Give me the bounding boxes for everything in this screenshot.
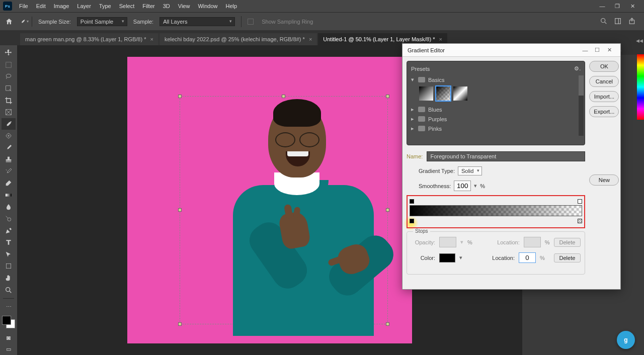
hand-tool[interactable] — [2, 273, 16, 284]
stops-title: Stops — [413, 228, 430, 234]
menu-3d[interactable]: 3D — [159, 1, 174, 11]
marquee-tool[interactable] — [2, 59, 16, 71]
show-ring-checkbox[interactable] — [248, 19, 254, 25]
document-tab[interactable]: kelechi bday 2022.psd @ 25% (kelechi ima… — [159, 33, 317, 45]
preset-thumb[interactable] — [436, 86, 450, 101]
dialog-maximize[interactable]: ☐ — [591, 47, 603, 53]
close-tab-icon[interactable]: × — [150, 36, 153, 42]
smoothness-input[interactable] — [454, 181, 471, 191]
sample-select[interactable]: All Layers▾ — [159, 17, 235, 26]
eyedropper-tool[interactable] — [2, 118, 16, 130]
document-tab[interactable]: man green man.png @ 8.33% (Layer 1, RGB/… — [20, 33, 158, 45]
menu-view[interactable]: View — [174, 1, 194, 11]
export-button[interactable]: Export... — [589, 106, 619, 117]
menu-help[interactable]: Help — [222, 1, 242, 11]
presets-gear-icon[interactable]: ⚙. — [574, 65, 581, 72]
svg-line-19 — [6, 216, 8, 218]
pen-tool[interactable] — [2, 225, 16, 236]
search-icon[interactable] — [600, 17, 609, 26]
close-tab-icon[interactable]: × — [439, 36, 442, 42]
current-tool-icon[interactable]: ▾ — [20, 17, 32, 27]
cancel-button[interactable]: Cancel — [589, 76, 619, 87]
location-unit: % — [545, 239, 550, 245]
quickmask-icon[interactable]: ◙ — [2, 332, 16, 343]
menu-edit[interactable]: Edit — [32, 1, 50, 11]
lasso-tool[interactable] — [2, 71, 16, 82]
sample-label: Sample: — [133, 19, 153, 25]
opacity-input — [439, 237, 456, 247]
selection-tool[interactable] — [2, 83, 16, 95]
dodge-tool[interactable] — [2, 213, 16, 225]
home-icon[interactable] — [4, 17, 14, 27]
crop-tool[interactable] — [2, 95, 16, 106]
gradient-tool[interactable] — [2, 190, 16, 201]
menu-filter[interactable]: Filter — [138, 1, 158, 11]
delete-color-stop[interactable]: Delete — [554, 253, 581, 262]
gradient-type-select[interactable]: Solid — [458, 166, 482, 175]
name-input[interactable] — [427, 151, 585, 161]
sample-size-select[interactable]: Point Sample▾ — [77, 17, 127, 26]
collapse-panels-icon[interactable]: ◀◀ — [636, 38, 643, 43]
ok-button[interactable]: OK — [589, 61, 619, 72]
eraser-tool[interactable] — [2, 178, 16, 189]
new-button[interactable]: New — [589, 174, 619, 186]
name-label: Name: — [407, 153, 423, 159]
color-swatch[interactable] — [439, 253, 455, 262]
brush-tool[interactable] — [2, 142, 16, 154]
close-tab-icon[interactable]: × — [309, 36, 312, 42]
zoom-tool[interactable] — [2, 284, 16, 296]
import-button[interactable]: Import... — [589, 91, 619, 102]
preset-folder-pinks[interactable]: ▸Pinks — [410, 124, 582, 133]
dialog-minimize[interactable]: ― — [579, 47, 591, 53]
window-restore[interactable]: ❐ — [613, 3, 622, 10]
color-dropdown-icon[interactable]: ▾ — [459, 254, 462, 261]
opacity-stop[interactable] — [578, 199, 582, 204]
stamp-tool[interactable] — [2, 154, 16, 165]
healing-tool[interactable] — [2, 130, 16, 142]
menu-window[interactable]: Window — [194, 1, 221, 11]
menu-layer[interactable]: Layer — [73, 1, 95, 11]
foreground-background-swatch[interactable] — [2, 316, 15, 328]
presets-label: Presets — [411, 66, 430, 72]
type-tool[interactable] — [2, 237, 16, 248]
preset-folder-basics[interactable]: ▾Basics — [410, 75, 582, 84]
preset-thumb[interactable] — [453, 86, 467, 101]
smoothness-dropdown-icon[interactable]: ▾ — [474, 183, 477, 189]
color-stop[interactable] — [578, 219, 582, 223]
menu-type[interactable]: Type — [95, 1, 115, 11]
preset-folder-blues[interactable]: ▸Blues — [410, 105, 582, 114]
delete-opacity-stop: Delete — [554, 238, 581, 247]
frame-tool[interactable] — [2, 107, 16, 118]
color-location-input[interactable] — [519, 252, 536, 263]
share-icon[interactable] — [628, 17, 637, 26]
gradient-bar[interactable] — [407, 195, 585, 228]
move-tool[interactable] — [2, 47, 16, 59]
window-close[interactable]: ✕ — [628, 3, 637, 10]
svg-rect-20 — [6, 264, 11, 269]
workspace-icon[interactable] — [614, 17, 623, 26]
presets-scrollbar[interactable] — [579, 75, 584, 136]
gradient-preview[interactable] — [410, 205, 582, 216]
screenmode-icon[interactable]: ▭ — [2, 343, 16, 355]
menu-image[interactable]: Image — [50, 1, 73, 11]
shape-tool[interactable] — [2, 260, 16, 272]
dialog-titlebar[interactable]: Gradient Editor ― ☐ ✕ — [403, 44, 620, 57]
more-tools-icon[interactable]: ⋯ — [2, 301, 16, 313]
svg-line-22 — [10, 291, 11, 293]
menu-file[interactable]: File — [15, 1, 32, 11]
hue-slider[interactable] — [637, 54, 644, 120]
path-tool[interactable] — [2, 249, 16, 260]
menu-select[interactable]: Select — [115, 1, 139, 11]
window-minimize[interactable]: ― — [598, 3, 607, 10]
history-brush-tool[interactable] — [2, 166, 16, 178]
opacity-unit: % — [467, 239, 472, 245]
opacity-stop[interactable] — [410, 199, 414, 204]
preset-thumb[interactable] — [419, 86, 433, 101]
color-stop[interactable] — [410, 219, 414, 223]
opacity-label: Opacity: — [411, 239, 435, 245]
preset-folder-purples[interactable]: ▸Purples — [410, 114, 582, 124]
blur-tool[interactable] — [2, 201, 16, 213]
svg-rect-16 — [6, 161, 12, 162]
show-ring-label: Show Sampling Ring — [262, 19, 313, 25]
dialog-close[interactable]: ✕ — [603, 47, 615, 53]
